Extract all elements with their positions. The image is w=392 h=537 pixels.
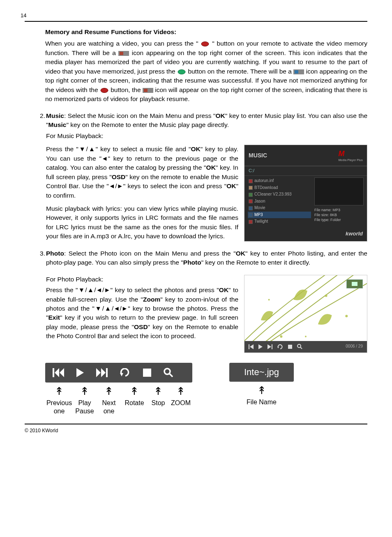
svg-point-0 [201,42,209,46]
svg-marker-16 [250,344,254,349]
svg-point-33 [164,369,170,374]
remote-red-button-icon [201,41,210,47]
page-number: 14 [21,12,367,18]
up-arrow-icon: ↟ [257,385,266,396]
svg-point-14 [305,336,307,337]
control-bar-left [45,363,192,383]
zoom-icon [164,368,173,378]
rotate-icon [277,344,283,349]
svg-marker-17 [258,344,263,349]
rotate-icon [120,368,131,377]
photo-counter: 0006 / 29 [346,343,363,350]
control-bar-filename: Inte~.jpg [229,363,294,382]
prev-icon [249,344,254,349]
remote-red-button-icon-2 [100,88,109,93]
next-track-icon [96,368,108,377]
list-number-3: 3. [36,249,45,258]
ctrl-label-next: Nextone [102,399,116,415]
up-arrow-icon: ↟ [80,386,89,396]
memory-paragraph: When you are watching a video, you can p… [45,39,367,104]
up-arrow-icon: ↟ [55,386,64,396]
svg-point-22 [297,344,301,348]
up-arrow-icon: ↟ [130,386,139,396]
svg-marker-25 [55,368,59,377]
play-icon [76,368,84,377]
music-for-playback: For Music Playback: [46,131,367,141]
ctrl-label-filename: File Name [247,398,277,406]
svg-rect-2 [120,52,123,55]
ctrl-label-rotate: Rotate [125,399,144,407]
svg-rect-8 [144,89,148,92]
photo-intro: Photo: Select the Photo icon on the Main… [46,249,367,267]
music-preview-pane [314,177,364,205]
svg-marker-18 [267,344,271,349]
photo-pause-badge [346,279,363,288]
svg-marker-27 [76,368,84,377]
ctrl-label-stop: Stop [152,399,165,407]
photo-playback-p: Press the "▼/▲/◄/►" key to select the ph… [46,286,238,341]
svg-marker-31 [120,373,123,376]
list-number-2: 2. [36,111,45,120]
remote-green-button-icon [177,69,186,75]
photo-screenshot: 0006 / 29 [244,275,367,353]
prev-track-icon [53,368,64,377]
music-shot-title: MUSIC [249,151,267,159]
music-meta-size: File size: 8KB [314,213,364,218]
music-meta-name: File name: MP3 [314,208,364,213]
music-intro: Music: Select the Music icon on the Main… [46,111,367,130]
svg-rect-5 [295,70,298,74]
svg-rect-32 [143,369,151,377]
ctrl-label-play: PlayPause [75,399,94,415]
footer-copyright: © 2010 KWorld [25,428,367,433]
svg-point-3 [178,69,185,74]
up-arrow-icon: ↟ [154,386,163,396]
ctrl-label-prev: Previousone [46,399,72,415]
stop-icon [288,345,292,349]
svg-point-6 [101,88,108,92]
svg-point-13 [268,299,270,300]
svg-point-11 [325,294,327,297]
svg-marker-26 [60,368,64,377]
music-screenshot: MUSIC MMedia Player Plus C:/ autorun.inf… [244,145,367,242]
rule-bottom [25,424,367,424]
rule-top [25,21,367,22]
stop-icon [143,369,151,377]
music-brand: kworld [244,228,367,241]
svg-rect-21 [288,345,292,349]
music-meta-type: File type: Folder [314,218,364,223]
up-arrow-icon: ↟ [176,386,185,396]
memory-heading: Memory and Resume Functions for Videos: [45,28,367,37]
svg-marker-20 [277,347,279,348]
resume-rect-icon [293,69,304,74]
svg-marker-29 [101,368,106,377]
music-breadcrumb: C:/ [244,166,367,176]
svg-point-12 [345,315,348,317]
svg-rect-30 [106,368,108,377]
svg-marker-28 [96,368,101,377]
up-arrow-icon: ↟ [104,386,113,396]
svg-line-34 [169,373,173,377]
ctrl-label-zoom: ZOOM [171,399,191,407]
music-playback-p1: Press the "▼/▲" key to select a music fi… [46,145,238,200]
svg-rect-19 [272,344,272,349]
play-icon [258,344,263,349]
svg-line-23 [300,347,302,349]
zoom-icon [297,344,302,349]
m-logo-icon: M [338,150,344,158]
music-lyrics-p: Music playback with lyrics: you can view… [46,204,238,241]
next-icon [267,344,272,349]
photo-for-playback: For Photo Playback: [46,275,238,284]
music-file-list: autorun.inf BTDownload CCleaner V2.23.99… [248,177,311,225]
nomem-rect-icon [143,88,153,93]
svg-rect-24 [53,368,54,377]
svg-rect-15 [249,344,249,349]
control-bar-diagram: ↟ Previousone ↟ PlayPause ↟ Nextone ↟ Ro… [45,363,363,415]
memory-rect-icon [118,51,129,56]
svg-point-10 [280,335,282,338]
